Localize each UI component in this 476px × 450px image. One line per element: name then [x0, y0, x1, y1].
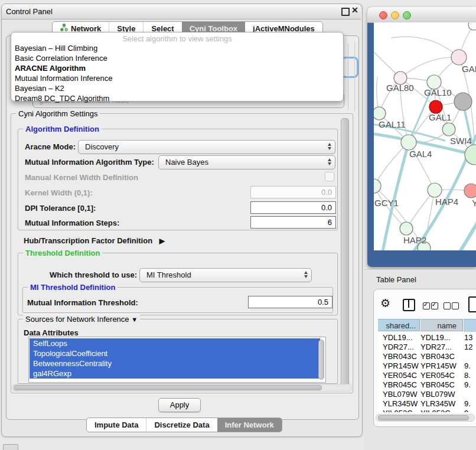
- column-header-shared-name[interactable]: shared...: [378, 319, 420, 331]
- scrollbar-thumb[interactable]: [14, 385, 322, 390]
- node-gal11[interactable]: [374, 107, 386, 120]
- close-icon[interactable]: ✕: [351, 5, 358, 15]
- network-window-titlebar[interactable]: [367, 7, 476, 23]
- table-horizontal-scrollbar[interactable]: [376, 414, 475, 422]
- dropdown-item-selected[interactable]: ARACNE Algorithm: [15, 64, 86, 73]
- minimize-traffic-light[interactable]: [391, 11, 399, 19]
- network-graph: GAL GAL80 GAL10 GAL1 GAL11 GAL4 SWI4 GCY…: [374, 22, 476, 250]
- which-threshold-label: Which threshold to use:: [50, 270, 137, 279]
- select-all-checkbox-icon[interactable]: [423, 302, 430, 309]
- tab-discretize-data[interactable]: Discretize Data: [146, 418, 217, 432]
- float-window-icon[interactable]: [341, 8, 350, 16]
- node-label: Y: [472, 198, 476, 208]
- new-table-icon[interactable]: [468, 296, 476, 312]
- node-hap2[interactable]: [400, 222, 413, 235]
- cell[interactable]: YER054C: [383, 371, 417, 380]
- settings-vertical-scrollbar[interactable]: [341, 118, 349, 389]
- dropdown-item[interactable]: Bayesian – K2: [15, 84, 64, 93]
- column-header-cut[interactable]: [464, 319, 476, 332]
- show-columns-icon[interactable]: [403, 299, 415, 311]
- kernel-width-field[interactable]: 0.0: [250, 186, 336, 198]
- select-all-checkbox-icon[interactable]: [431, 302, 438, 309]
- cell[interactable]: YBR045C: [420, 380, 455, 390]
- scrollbar-thumb[interactable]: [378, 415, 469, 420]
- mi-threshold-group-title: MI Threshold Definition: [28, 283, 118, 292]
- list-item[interactable]: SelfLoops: [30, 338, 320, 348]
- list-item[interactable]: BetweennessCentrality: [30, 358, 320, 369]
- cell[interactable]: YIL052C: [383, 409, 413, 412]
- mi-steps-field[interactable]: 6: [250, 216, 336, 229]
- node-salmon[interactable]: [464, 184, 476, 198]
- bottom-tabbar: Impute Data Discretize Data Infer Networ…: [86, 418, 282, 432]
- mi-threshold-field[interactable]: 0.5: [248, 296, 332, 308]
- tab-impute-data[interactable]: Impute Data: [87, 418, 146, 432]
- stepper-arrows-icon: [328, 143, 331, 150]
- cell[interactable]: YLR345W: [420, 399, 455, 409]
- cell[interactable]: YLR345W: [383, 399, 418, 409]
- cell[interactable]: YDL19...: [420, 333, 451, 343]
- cell[interactable]: YDL19...: [383, 333, 413, 343]
- cell[interactable]: YBL079W: [420, 390, 455, 399]
- cell[interactable]: YBR045C: [383, 380, 417, 390]
- cell[interactable]: 9.: [464, 399, 471, 409]
- threshold-definition-title: Threshold Definition: [23, 249, 102, 257]
- list-item[interactable]: TopologicalCoefficient: [30, 348, 320, 358]
- close-traffic-light[interactable]: [379, 11, 387, 19]
- node-gal-pink[interactable]: [451, 50, 467, 65]
- cell[interactable]: 8.: [464, 371, 471, 380]
- hub-expander[interactable]: Hub/Transcription Factor Definition ▶: [24, 236, 165, 245]
- deselect-all-checkbox-icon[interactable]: [444, 302, 451, 309]
- control-panel-titlebar[interactable]: [2, 4, 361, 19]
- stepper-arrows-icon: [304, 271, 308, 278]
- node-gray[interactable]: [454, 93, 472, 110]
- mi-type-combobox[interactable]: Naive Bayes: [158, 155, 335, 169]
- node-label: GAL80: [386, 83, 414, 93]
- network-canvas[interactable]: GAL GAL80 GAL10 GAL1 GAL11 GAL4 SWI4 GCY…: [374, 22, 476, 250]
- dpi-tolerance-field[interactable]: 0.0: [250, 201, 336, 214]
- gear-icon[interactable]: ⚙: [380, 298, 390, 309]
- expand-right-icon[interactable]: ▶: [159, 237, 165, 245]
- apply-button[interactable]: Apply: [158, 398, 201, 412]
- column-header-name[interactable]: name: [420, 319, 463, 331]
- dropdown-item[interactable]: Basic Correlation Inference: [15, 54, 107, 63]
- node[interactable]: [468, 22, 476, 30]
- cell[interactable]: YPR145W: [383, 361, 419, 371]
- cell[interactable]: YBR043C: [420, 352, 455, 361]
- settings-horizontal-scrollbar[interactable]: [12, 384, 352, 392]
- tab-infer-network[interactable]: Infer Network: [217, 418, 282, 432]
- node-hap4[interactable]: [428, 183, 442, 197]
- manual-kernel-checkbox[interactable]: [325, 172, 334, 181]
- cell[interactable]: 13: [464, 333, 472, 343]
- node-gal4[interactable]: [401, 135, 416, 150]
- cell[interactable]: 9.: [464, 409, 471, 412]
- cell[interactable]: YBL079W: [383, 390, 418, 399]
- node-label: HAP4: [435, 197, 458, 207]
- cell[interactable]: 12: [464, 343, 472, 352]
- node-gal1[interactable]: [442, 123, 455, 136]
- cell[interactable]: YDR27...: [420, 343, 452, 352]
- cell[interactable]: YER054C: [420, 371, 455, 380]
- node-gcy1[interactable]: [374, 179, 381, 193]
- dropdown-item[interactable]: Dream8 DC_TDC Algorithm: [15, 94, 109, 103]
- zoom-traffic-light[interactable]: [403, 11, 411, 19]
- aracne-mode-combobox[interactable]: Discovery: [78, 140, 335, 154]
- deselect-all-checkbox-icon[interactable]: [452, 302, 459, 309]
- dropdown-item[interactable]: Bayesian – Hill Climbing: [15, 44, 97, 53]
- collapse-down-icon[interactable]: ▼: [131, 316, 138, 323]
- cell[interactable]: YPR145W: [420, 361, 457, 371]
- algorithm-definition-title: Algorithm Definition: [23, 125, 102, 133]
- cell[interactable]: YIL052C: [420, 409, 451, 412]
- cell[interactable]: YDR27...: [383, 343, 414, 352]
- bottom-left-button-fragment[interactable]: [3, 444, 18, 450]
- cell[interactable]: YBR043C: [383, 352, 417, 361]
- cell[interactable]: 9.: [464, 361, 471, 371]
- list-vertical-scrollbar[interactable]: [318, 340, 324, 380]
- list-item[interactable]: gal4RGexp: [30, 369, 320, 379]
- which-threshold-combobox[interactable]: MI Threshold: [139, 268, 312, 282]
- cell[interactable]: 9.: [464, 380, 471, 390]
- node-selected-red[interactable]: [429, 100, 442, 113]
- mi-steps-label: Mutual Information Steps:: [25, 219, 119, 227]
- dropdown-item[interactable]: Mutual Information Inference: [15, 74, 112, 83]
- groupbox-edge-fragment: [348, 44, 348, 110]
- node-label: GAL1: [429, 112, 451, 122]
